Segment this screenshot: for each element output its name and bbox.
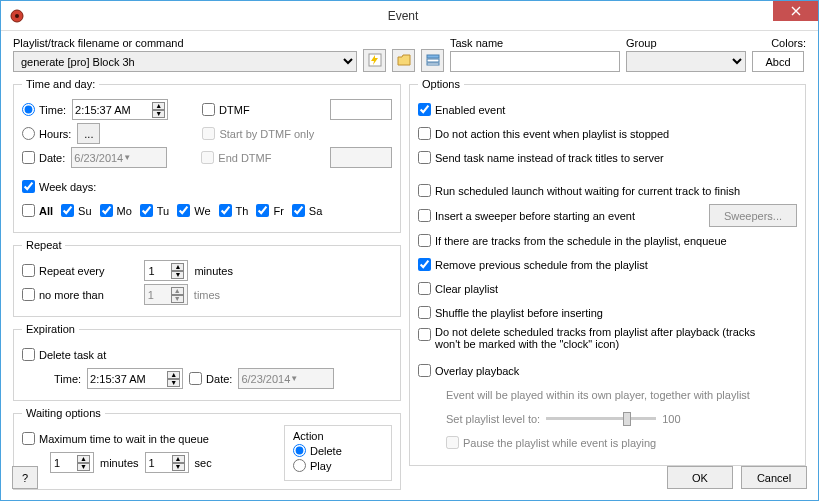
group-combo[interactable] [626, 51, 746, 72]
opt-sweeper[interactable]: Insert a sweeper before starting an even… [418, 209, 635, 222]
title-bar: Event [1, 1, 818, 31]
repeat-every-check[interactable]: Repeat every [22, 264, 104, 277]
folder-icon [397, 54, 411, 68]
day-su[interactable]: Su [61, 204, 91, 217]
opt-clear[interactable]: Clear playlist [418, 282, 498, 295]
maxwait-check[interactable]: Maximum time to wait in the queue [22, 432, 209, 445]
svg-rect-4 [427, 59, 439, 62]
minutes-label: minutes [194, 265, 233, 277]
filename-label: Playlist/track filename or command [13, 37, 357, 49]
timeday-legend: Time and day: [22, 78, 99, 90]
repeat-group: Repeat Repeat every 1▲▼ minutes no more … [13, 239, 401, 317]
dtmf-input[interactable] [330, 99, 392, 120]
close-icon [791, 6, 801, 16]
options-legend: Options [418, 78, 464, 90]
sweepers-button: Sweepers... [709, 204, 797, 227]
opt-noaction[interactable]: Do not action this event when playlist i… [418, 127, 669, 140]
repeat-spinner[interactable]: ▲▼ [171, 263, 184, 279]
end-dtmf-input [330, 147, 392, 168]
exp-time-input[interactable]: 2:15:37 AM▲▼ [87, 368, 183, 389]
svg-rect-3 [427, 55, 439, 58]
opt-sendtask[interactable]: Send task name instead of track titles t… [418, 151, 664, 164]
end-dtmf-label: End DTMF [201, 151, 271, 164]
taskname-label: Task name [450, 37, 620, 49]
opt-nodelete[interactable]: Do not delete scheduled tracks from play… [418, 326, 775, 350]
hours-radio-label[interactable]: Hours: [22, 127, 71, 140]
group-label: Group [626, 37, 746, 49]
exp-time-label: Time: [54, 373, 81, 385]
day-fr[interactable]: Fr [256, 204, 283, 217]
bolt-icon [368, 53, 382, 69]
nomore-input: 1▲▼ [144, 284, 188, 305]
opt-enabled[interactable]: Enabled event [418, 103, 505, 116]
timeday-group: Time and day: Time: 2:15:37 AM▲▼ DTMF Ho… [13, 78, 401, 233]
list-icon [426, 54, 440, 68]
time-radio-label[interactable]: Time: [22, 103, 66, 116]
weekdays-check-label[interactable]: Week days: [22, 180, 96, 193]
expiration-group: Expiration Delete task at Time: 2:15:37 … [13, 323, 401, 401]
window-title: Event [33, 9, 773, 23]
repeat-every-input[interactable]: 1▲▼ [144, 260, 188, 281]
opt-enqueue[interactable]: If there are tracks from the schedule in… [418, 234, 727, 247]
filename-combo[interactable]: generate [pro] Block 3h [13, 51, 357, 72]
waiting-legend: Waiting options [22, 407, 105, 419]
colors-sample[interactable]: Abcd [752, 51, 804, 72]
svg-point-1 [15, 14, 19, 18]
time-spinner[interactable]: ▲▼ [152, 102, 165, 118]
date-check[interactable] [22, 151, 35, 164]
ok-button[interactable]: OK [667, 466, 733, 489]
hours-radio[interactable] [22, 127, 35, 140]
expiration-legend: Expiration [22, 323, 79, 335]
dtmf-check-label[interactable]: DTMF [202, 103, 250, 116]
level-slider [546, 417, 656, 420]
day-tu[interactable]: Tu [140, 204, 169, 217]
dtmf-check[interactable] [202, 103, 215, 116]
start-dtmf-check [202, 127, 215, 140]
setlevel-label: Set playlist level to: [446, 413, 540, 425]
opt-shuffle[interactable]: Shuffle the playlist before inserting [418, 306, 603, 319]
overlay-desc: Event will be played within its own play… [446, 389, 750, 401]
day-we[interactable]: We [177, 204, 210, 217]
exp-date-input: 6/23/2014▼ [238, 368, 334, 389]
day-sa[interactable]: Sa [292, 204, 322, 217]
level-value: 100 [662, 413, 680, 425]
end-dtmf-check [201, 151, 214, 164]
day-th[interactable]: Th [219, 204, 249, 217]
time-input[interactable]: 2:15:37 AM▲▼ [72, 99, 168, 120]
cancel-button[interactable]: Cancel [741, 466, 807, 489]
date-check-label[interactable]: Date: [22, 151, 65, 164]
opt-pause: Pause the playlist while event is playin… [446, 436, 656, 449]
list-button[interactable] [421, 49, 444, 72]
taskname-input[interactable] [450, 51, 620, 72]
slider-thumb [623, 412, 631, 426]
day-mo[interactable]: Mo [100, 204, 132, 217]
repeat-legend: Repeat [22, 239, 65, 251]
time-radio[interactable] [22, 103, 35, 116]
close-button[interactable] [773, 1, 818, 21]
dropdown-icon: ▼ [290, 374, 331, 383]
footer: ? OK Cancel [0, 460, 819, 495]
dropdown-icon: ▼ [123, 153, 164, 162]
opt-removeprev[interactable]: Remove previous schedule from the playli… [418, 258, 648, 271]
colors-label: Colors: [752, 37, 806, 49]
script-button[interactable] [363, 49, 386, 72]
exp-date-check[interactable]: Date: [189, 372, 232, 385]
hours-button[interactable]: ... [77, 123, 100, 144]
app-icon [9, 8, 25, 24]
weekdays-check[interactable] [22, 180, 35, 193]
date-input: 6/23/2014▼ [71, 147, 167, 168]
start-dtmf-label: Start by DTMF only [202, 127, 314, 140]
all-days-check[interactable]: All [22, 204, 53, 217]
options-group: Options Enabled event Do not action this… [409, 78, 806, 466]
opt-overlay[interactable]: Overlay playback [418, 364, 519, 377]
svg-rect-5 [427, 63, 439, 65]
times-label: times [194, 289, 220, 301]
help-button[interactable]: ? [12, 466, 38, 489]
opt-runsched[interactable]: Run scheduled launch without waiting for… [418, 184, 740, 197]
delete-task-check[interactable]: Delete task at [22, 348, 106, 361]
action-label: Action [293, 430, 383, 442]
browse-button[interactable] [392, 49, 415, 72]
nomore-check[interactable]: no more than [22, 288, 104, 301]
action-delete[interactable]: Delete [293, 444, 342, 457]
